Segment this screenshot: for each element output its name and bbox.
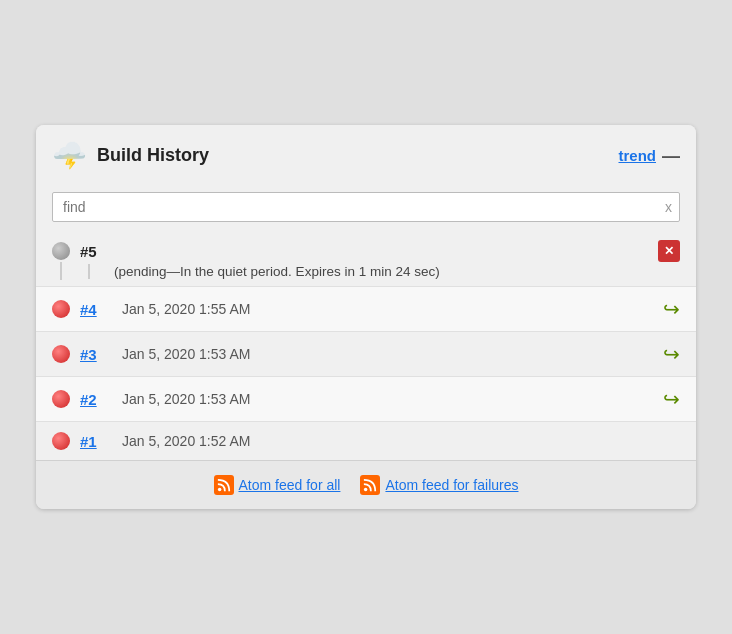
trend-link[interactable]: trend <box>619 147 657 164</box>
search-bar: x <box>36 182 696 232</box>
rebuild-icon[interactable]: ↪ <box>663 342 680 366</box>
build-number-link[interactable]: #2 <box>80 391 112 408</box>
pending-left: #5 <box>80 243 97 260</box>
build-list: #5 (pending—In the quiet period. Expires… <box>36 232 696 460</box>
pending-build-content: #5 (pending—In the quiet period. Expires… <box>80 240 680 279</box>
atom-feed-all-link[interactable]: Atom feed for all <box>214 475 341 495</box>
build-date: Jan 5, 2020 1:53 AM <box>122 346 653 362</box>
collapse-button[interactable]: — <box>662 147 680 165</box>
build-date: Jan 5, 2020 1:55 AM <box>122 301 653 317</box>
pending-build-number: #5 <box>80 243 97 260</box>
rebuild-icon[interactable]: ↪ <box>663 297 680 321</box>
table-row: #4 Jan 5, 2020 1:55 AM ↪ <box>36 286 696 331</box>
table-row: #3 Jan 5, 2020 1:53 AM ↪ <box>36 331 696 376</box>
search-clear-button[interactable]: x <box>665 199 672 215</box>
build-date: Jan 5, 2020 1:53 AM <box>122 391 653 407</box>
build-number-link[interactable]: #3 <box>80 346 112 363</box>
status-icon-failed <box>52 300 70 318</box>
status-icon-failed <box>52 432 70 450</box>
rebuild-icon[interactable]: ↪ <box>663 387 680 411</box>
rss-icon-failures <box>360 475 380 495</box>
table-row: #2 Jan 5, 2020 1:53 AM ↪ <box>36 376 696 421</box>
svg-point-1 <box>364 488 368 492</box>
header-right: trend — <box>619 147 681 165</box>
delete-pending-button[interactable] <box>658 240 680 262</box>
search-wrapper: x <box>52 192 680 222</box>
pending-build-description: (pending—In the quiet period. Expires in… <box>88 264 680 279</box>
build-number-link[interactable]: #4 <box>80 301 112 318</box>
cloud-icon: 🌩️ <box>52 139 87 172</box>
build-number-link[interactable]: #1 <box>80 433 112 450</box>
atom-feed-failures-link[interactable]: Atom feed for failures <box>360 475 518 495</box>
table-row: #1 Jan 5, 2020 1:52 AM <box>36 421 696 460</box>
pending-top: #5 <box>80 240 680 262</box>
panel-header: 🌩️ Build History trend — <box>36 125 696 182</box>
pending-build-row: #5 (pending—In the quiet period. Expires… <box>36 232 696 286</box>
status-icon-failed <box>52 390 70 408</box>
build-history-panel: 🌩️ Build History trend — x #5 <box>36 125 696 509</box>
atom-feed-all-label: Atom feed for all <box>239 477 341 493</box>
status-icon-failed <box>52 345 70 363</box>
panel-title: Build History <box>97 145 209 166</box>
status-icon-pending <box>52 242 70 260</box>
search-input[interactable] <box>52 192 680 222</box>
atom-feed-failures-label: Atom feed for failures <box>385 477 518 493</box>
svg-point-0 <box>217 488 221 492</box>
rss-icon-all <box>214 475 234 495</box>
header-left: 🌩️ Build History <box>52 139 209 172</box>
panel-footer: Atom feed for all Atom feed for failures <box>36 460 696 509</box>
build-date: Jan 5, 2020 1:52 AM <box>122 433 680 449</box>
